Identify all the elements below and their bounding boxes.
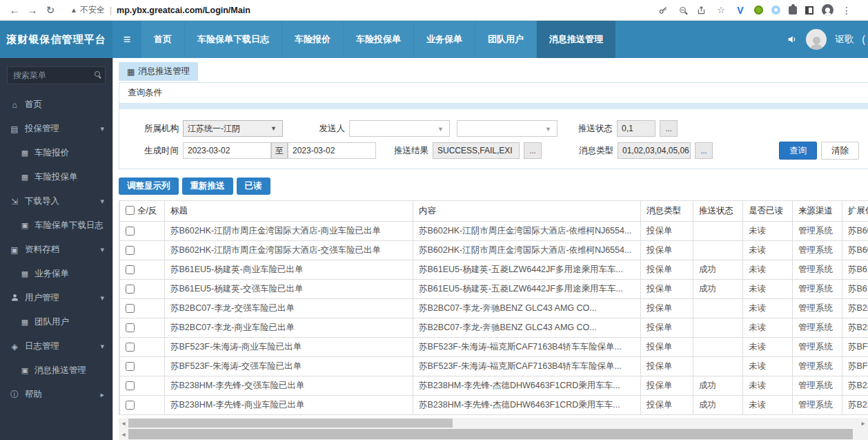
speaker-icon[interactable] (787, 34, 798, 45)
nav-item[interactable]: 业务保单 (414, 21, 475, 58)
sidebar-item-download-import[interactable]: ⇲ 下载导入 ▾ (0, 189, 112, 213)
push-status-input[interactable]: 0,1 (617, 120, 655, 137)
push-result-more-button[interactable]: ... (524, 142, 542, 159)
sidebar-item-label: 车险投保单 (34, 171, 78, 183)
cell-read_status: 未读 (743, 280, 793, 299)
gen-time-from-input[interactable]: 2023-03-02 (183, 142, 271, 159)
browser-chrome: ← → ↻ ▲ 不安全 | mp.ybx.greatcai.com/Login/… (0, 0, 868, 21)
bookmark-star-icon[interactable]: ☆ (716, 5, 727, 16)
cell-msg_type: 投保单 (641, 241, 693, 260)
gen-time-to-input[interactable]: 2023-03-02 (288, 142, 376, 159)
sidebar-item-label: 消息推送管理 (34, 365, 86, 376)
nav-item[interactable]: 车险报价 (282, 21, 344, 58)
msg-type-input[interactable]: 01,02,03,04,05,06 (618, 142, 691, 159)
search-button[interactable]: 查询 (779, 142, 817, 160)
nav-item[interactable]: 车险保单下载日志 (185, 21, 282, 58)
row-checkbox[interactable] (126, 246, 135, 255)
push-result-input[interactable]: SUCCESS,FAIL,EXI (433, 142, 520, 159)
cell-title: 苏B2BC07-李龙-商业车险已出单 (165, 318, 413, 338)
repush-button[interactable]: 重新推送 (182, 178, 233, 195)
sidebar-item-label: 车险报价 (34, 147, 69, 159)
row-checkbox[interactable] (126, 265, 135, 274)
sidebar-item-home[interactable]: ⌂ 首页 (0, 93, 112, 117)
grid-icon: ▦ (127, 67, 135, 77)
msg-type-more-button[interactable]: ... (695, 142, 713, 159)
sidebar-search-input[interactable] (7, 66, 106, 84)
sidebar-item-policy-mgmt[interactable]: ▤ 投保管理 ▾ (0, 117, 112, 141)
scrollbar-thumb[interactable] (128, 419, 453, 428)
hamburger-icon[interactable]: ≡ (112, 21, 141, 58)
chevron-down-icon: ▼ (545, 126, 551, 133)
sidebar-item-label: 资料存档 (25, 244, 59, 256)
cell-ext: 苏B238HM (842, 376, 868, 396)
key-icon[interactable] (658, 5, 669, 16)
username[interactable]: 讴歌 (835, 33, 854, 46)
extension-ring-icon[interactable] (771, 6, 780, 15)
sender-combo-2[interactable]: ▼ (457, 120, 558, 137)
address-bar[interactable]: ▲ 不安全 | mp.ybx.greatcai.com/Login/Main ☆… (63, 2, 858, 19)
nav-item[interactable]: 团队用户 (475, 21, 537, 58)
cell-push_status (693, 338, 743, 357)
tab-message-push[interactable]: ▦ 消息推送管理 (119, 62, 198, 81)
nav-item[interactable]: 车险投保单 (344, 21, 414, 58)
sidebar-item-quote[interactable]: ▦ 车险报价 (0, 141, 112, 165)
sidebar-item-label: 投保管理 (25, 123, 59, 135)
row-checkbox[interactable] (126, 343, 135, 352)
cell-msg_type: 投保单 (641, 376, 693, 396)
scroll-left-icon[interactable]: ◂ (119, 430, 128, 438)
row-checkbox[interactable] (126, 362, 135, 371)
header-ext-info: 扩展信息1 (842, 201, 868, 222)
sidebar-item-help[interactable]: ⓘ 帮助 ▸ (0, 383, 112, 407)
sidebar-item-proposal[interactable]: ▦ 车险投保单 (0, 165, 112, 189)
clear-button[interactable]: 清除 (821, 142, 859, 160)
zoom-out-icon[interactable] (677, 5, 688, 16)
sender-combo-1[interactable]: ▼ (349, 120, 450, 137)
row-checkbox[interactable] (126, 381, 135, 390)
cell-content: 苏B602HK-江阴市周庄金湾国际大酒店-依维柯NJ6554... (413, 222, 641, 241)
sidebar-item-user-mgmt[interactable]: 用户管理 ▾ (0, 286, 112, 310)
extension-green-icon[interactable] (754, 6, 763, 15)
user-icon (8, 294, 21, 303)
cell-ext: 苏B602HK (842, 241, 868, 260)
nav-item[interactable]: 首页 (141, 21, 185, 58)
browser-profile-avatar[interactable] (822, 4, 834, 16)
extension-v-icon[interactable]: V (735, 5, 746, 16)
scroll-right-icon[interactable]: ▸ (858, 419, 868, 427)
extensions-puzzle-icon[interactable] (789, 6, 797, 15)
sidebar-item-label: 团队用户 (34, 316, 69, 328)
sidebar-item-message-push[interactable]: ▣ 消息推送管理 (0, 358, 112, 383)
table-horizontal-scrollbar[interactable]: ◂ ▸ (119, 418, 868, 428)
row-checkbox[interactable] (126, 401, 135, 410)
cell-read_status: 未读 (743, 260, 793, 280)
sidebar-item-business-policy[interactable]: ▦ 业务保单 (0, 262, 112, 286)
page-horizontal-scrollbar[interactable]: ◂ (119, 428, 868, 440)
scroll-left-icon[interactable]: ◂ (119, 419, 128, 427)
row-checkbox[interactable] (126, 285, 135, 294)
mark-read-button[interactable]: 已读 (237, 178, 270, 195)
sidepanel-icon[interactable] (805, 6, 813, 15)
tag-icon: ◈ (8, 342, 21, 352)
cell-title: 苏B602HK-江阴市周庄金湾国际大酒店-商业车险已出单 (165, 222, 413, 241)
sidebar-item-archive[interactable]: ▣ 资料存档 ▾ (0, 238, 112, 262)
reload-icon[interactable]: ↻ (41, 4, 59, 17)
sidebar-item-log-mgmt[interactable]: ◈ 日志管理 ▾ (0, 334, 112, 358)
share-icon[interactable] (696, 5, 707, 16)
row-checkbox[interactable] (126, 304, 135, 313)
scrollbar-thumb[interactable] (128, 429, 853, 439)
push-status-label: 推送状态 (558, 123, 613, 135)
forward-icon[interactable]: → (23, 4, 41, 16)
sidebar-item-team-users[interactable]: ▦ 团队用户 (0, 310, 112, 334)
row-checkbox[interactable] (126, 227, 135, 236)
push-status-more-button[interactable]: ... (660, 120, 678, 137)
nav-item[interactable]: 消息推送管理 (537, 21, 616, 58)
browser-menu-icon[interactable]: ⋮ (842, 5, 851, 16)
table-row: 苏BF523F-朱海涛-交强车险已出单苏BF523F-朱海涛-福克斯CAF716… (120, 357, 868, 376)
select-all-checkbox[interactable] (126, 206, 135, 215)
org-select[interactable]: 江苏统一-江阴 ▼ (183, 120, 283, 137)
sidebar-item-download-log[interactable]: ▣ 车险保单下载日志 (0, 213, 112, 238)
cell-source: 管理系统 (793, 357, 842, 376)
adjust-columns-button[interactable]: 调整显示列 (119, 178, 179, 195)
row-checkbox[interactable] (126, 323, 135, 332)
back-icon[interactable]: ← (6, 4, 23, 16)
user-avatar[interactable] (806, 29, 827, 50)
